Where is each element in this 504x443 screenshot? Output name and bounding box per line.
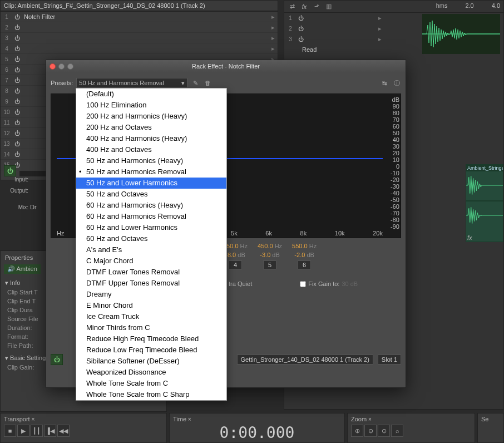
fx-slot-row[interactable]: 2 ⏻ ▸ [1, 22, 278, 33]
automation-read[interactable]: Read [297, 46, 384, 53]
preset-menu-item[interactable]: 100 Hz Elimination [76, 100, 226, 111]
preset-menu-item[interactable]: 50 Hz and Octaves [76, 189, 226, 200]
pause-button[interactable]: ┃┃ [31, 425, 43, 437]
footer-slot[interactable]: Slot 1 [378, 355, 401, 365]
preset-menu-item[interactable]: Dreamy [76, 289, 226, 300]
skip-back-button[interactable]: ▐◀ [44, 425, 56, 437]
zoom-in-button[interactable]: ⊕ [351, 425, 363, 437]
fx-slot-row[interactable]: 3 ⏻ ▸ [1, 33, 278, 43]
preset-menu-item[interactable]: 60 Hz and Octaves [76, 233, 226, 244]
eq-band[interactable]: 450.0 Hz -3.0 dB 5 [258, 243, 282, 269]
slot-power-icon[interactable]: ⏻ [297, 14, 305, 22]
info-icon[interactable]: ⓘ [392, 78, 401, 87]
slot-power-icon[interactable]: ⏻ [13, 108, 22, 116]
slot-number: 1 [1, 14, 13, 20]
preset-menu-item[interactable]: DTMF Lower Tones Removal [76, 267, 226, 278]
preset-menu-item[interactable]: Reduce High Freq Timecode Bleed [76, 333, 226, 344]
slot-power-icon[interactable]: ⏻ [13, 140, 22, 147]
preset-menu-item[interactable]: E Minor Chord [76, 300, 226, 311]
envelope-icon[interactable]: ⬏ [312, 2, 321, 11]
eq-band[interactable]: 550.0 Hz -2.0 dB 6 [292, 243, 317, 269]
slot-effect-name[interactable]: Notch Filter [22, 13, 269, 20]
stop-button[interactable]: ■ [4, 425, 16, 437]
preset-menu-item[interactable]: 400 Hz and Harmonics (Heavy) [76, 133, 226, 144]
preset-menu-item[interactable]: 50 Hz and Lower Harmonics [76, 178, 226, 189]
preset-menu-item[interactable]: Reduce Low Freq Timecode Bleed [76, 344, 226, 356]
preset-menu-item[interactable]: Ice Cream Truck [76, 311, 226, 322]
meters-icon[interactable]: ▥ [324, 2, 333, 11]
time-ruler[interactable]: hms2.04.0 [436, 2, 500, 9]
play-button[interactable]: ▶ [17, 425, 29, 437]
footer-clip-name[interactable]: Gettin_Stronger_140_DS_02 48000 1 (Track… [237, 355, 373, 365]
track-fx-slot[interactable]: 1⏻▸ [284, 13, 384, 23]
slot-power-icon[interactable]: ⏻ [13, 119, 22, 126]
band-number[interactable]: 4 [229, 260, 242, 269]
slot-arrow-icon[interactable]: ▸ [269, 13, 278, 21]
slot-arrow-icon[interactable]: ▸ [269, 45, 278, 52]
fx-slot-row[interactable]: 1 ⏻ Notch Filter ▸ [1, 12, 278, 22]
slot-power-icon[interactable]: ⏻ [13, 13, 22, 21]
preset-menu-item[interactable]: 400 Hz and Octaves [76, 144, 226, 155]
preset-dropdown[interactable]: 50 Hz and Harmonics Removal ▾ [76, 78, 187, 88]
preset-menu-item[interactable]: C Major Chord [76, 255, 226, 267]
slot-power-icon[interactable]: ⏻ [297, 35, 305, 43]
save-preset-icon[interactable]: ✎ [191, 78, 200, 87]
preset-menu-item[interactable]: 60 Hz and Lower Harmonics [76, 222, 226, 233]
preset-menu[interactable]: (Default)100 Hz Elimination200 Hz and Ha… [76, 88, 227, 401]
slot-power-icon[interactable]: ⏻ [13, 45, 22, 52]
slot-power-icon[interactable]: ⏻ [13, 55, 22, 63]
slot-power-icon[interactable]: ⏻ [13, 87, 22, 95]
rack-power-button[interactable]: ⏻ [4, 165, 16, 176]
timeline-clip[interactable]: Ambient_Strings fx [466, 164, 503, 242]
slot-arrow-icon[interactable]: ▸ [269, 35, 278, 42]
track-fx-slot[interactable]: 2⏻▸ [284, 23, 384, 34]
fx-slot-row[interactable]: 4 ⏻ ▸ [1, 43, 278, 54]
window-titlebar[interactable]: Rack Effect - Notch Filter [46, 60, 406, 72]
band-number[interactable]: 5 [263, 260, 276, 269]
zoom-tool-button[interactable]: ⌕ [391, 425, 403, 437]
db-scale: dB9080706050403020100-10-20-30-40-50-60-… [385, 94, 399, 227]
slot-arrow-icon[interactable]: ▸ [269, 24, 278, 31]
track-fx-slot[interactable]: 3⏻▸ [284, 34, 384, 45]
time-title: Time × [172, 415, 342, 424]
preset-menu-item[interactable]: 60 Hz and Harmonics Removal [76, 211, 226, 222]
clip-name-tag[interactable]: 🔊 Ambien [4, 264, 41, 274]
slot-power-icon[interactable]: ⏻ [13, 97, 22, 105]
slot-power-icon[interactable]: ⏻ [13, 23, 22, 31]
slot-power-icon[interactable]: ⏻ [297, 24, 305, 32]
slot-power-icon[interactable]: ⏻ [13, 34, 22, 42]
fix-gain-value[interactable]: 30 dB [342, 280, 358, 287]
slot-power-icon[interactable]: ⏻ [13, 76, 22, 84]
preset-menu-item[interactable]: Whole Tone Scale from C Sharp [76, 389, 226, 400]
preset-menu-item[interactable]: (Default) [76, 88, 226, 100]
preset-menu-item[interactable]: DTMF Upper Tones Removal [76, 278, 226, 289]
zoom-out-button[interactable]: ⊖ [364, 425, 377, 437]
zoom-fit-button[interactable]: ⊙ [378, 425, 390, 437]
preset-menu-item[interactable]: A's and E's [76, 244, 226, 255]
slot-power-icon[interactable]: ⏻ [13, 150, 22, 158]
window-title: Rack Effect - Notch Filter [46, 63, 406, 70]
slot-power-icon[interactable]: ⏻ [13, 66, 22, 73]
preset-menu-item[interactable]: 200 Hz and Octaves [76, 122, 226, 133]
swap-icon[interactable]: ⇄ [288, 2, 297, 11]
slot-power-icon[interactable]: ⏻ [13, 129, 22, 137]
delete-preset-icon[interactable]: 🗑 [203, 78, 212, 87]
preset-menu-item[interactable]: 60 Hz and Harmonics (Heavy) [76, 200, 226, 211]
effect-power-button[interactable]: ⏻ [51, 354, 63, 365]
preset-menu-item[interactable]: Minor Thirds from C [76, 322, 226, 333]
preset-menu-item[interactable]: Sibilance Softener (DeEsser) [76, 356, 226, 367]
preset-menu-item[interactable]: Whole Tone Scale from C [76, 378, 226, 389]
mix-value[interactable]: Dr [30, 204, 37, 210]
waveform-thumbnail[interactable] [422, 14, 500, 54]
band-number[interactable]: 6 [298, 260, 311, 269]
preset-menu-item[interactable]: 50 Hz and Harmonics (Heavy) [76, 155, 226, 166]
fix-gain-checkbox[interactable] [300, 281, 306, 287]
rewind-button[interactable]: ◀◀ [57, 425, 70, 437]
slot-number: 8 [1, 88, 13, 94]
preset-menu-item[interactable]: Weaponized Dissonance [76, 367, 226, 378]
preset-menu-item[interactable]: 50 Hz and Harmonics Removal [76, 166, 226, 178]
fx-icon[interactable]: fx [300, 2, 309, 11]
route-icon[interactable]: ↹ [380, 78, 389, 87]
slot-number: 6 [1, 67, 13, 73]
preset-menu-item[interactable]: 200 Hz and Harmonics (Heavy) [76, 111, 226, 122]
